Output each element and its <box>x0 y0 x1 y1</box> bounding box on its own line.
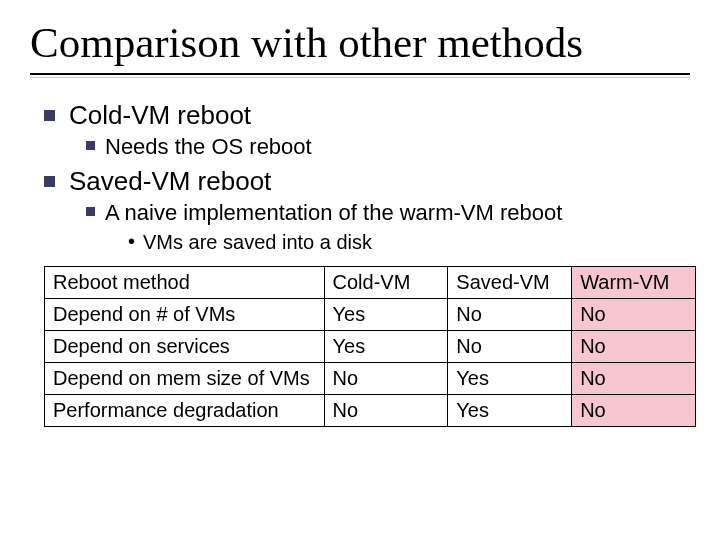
bullet-text: VMs are saved into a disk <box>143 230 372 254</box>
bullet-text: A naive implementation of the warm-VM re… <box>105 200 562 226</box>
square-bullet-icon <box>44 110 55 121</box>
table-header-row: Reboot method Cold-VM Saved-VM Warm-VM <box>45 267 696 299</box>
table-cell: No <box>572 331 696 363</box>
table-cell: No <box>448 331 572 363</box>
table-row: Performance degradation No Yes No <box>45 395 696 427</box>
bullet-level2: A naive implementation of the warm-VM re… <box>44 200 690 226</box>
bullet-text: Saved-VM reboot <box>69 166 271 196</box>
table-cell: Yes <box>324 299 448 331</box>
table-cell: No <box>324 395 448 427</box>
table-header-cell: Warm-VM <box>572 267 696 299</box>
bullet-text: Needs the OS reboot <box>105 134 312 160</box>
bullet-level2: Needs the OS reboot <box>44 134 690 160</box>
table-header-cell: Cold-VM <box>324 267 448 299</box>
table-cell: Yes <box>448 363 572 395</box>
table-cell: Performance degradation <box>45 395 325 427</box>
table-cell: No <box>324 363 448 395</box>
table-row: Depend on services Yes No No <box>45 331 696 363</box>
table-header-cell: Saved-VM <box>448 267 572 299</box>
table-cell: Depend on services <box>45 331 325 363</box>
title-underline <box>30 73 690 75</box>
bullet-level3: • VMs are saved into a disk <box>44 230 690 254</box>
slide-title: Comparison with other methods <box>30 18 690 67</box>
title-underline-thin <box>30 77 690 78</box>
square-bullet-icon <box>86 141 95 150</box>
table-cell: No <box>448 299 572 331</box>
bullet-text: Cold-VM reboot <box>69 100 251 130</box>
square-bullet-icon <box>86 207 95 216</box>
comparison-table: Reboot method Cold-VM Saved-VM Warm-VM D… <box>44 266 696 427</box>
dot-bullet-icon: • <box>128 230 135 252</box>
table-cell: No <box>572 363 696 395</box>
table-header-cell: Reboot method <box>45 267 325 299</box>
bullet-list: Cold-VM reboot Needs the OS reboot Saved… <box>30 100 690 254</box>
bullet-level1: Saved-VM reboot <box>44 166 690 196</box>
square-bullet-icon <box>44 176 55 187</box>
table-cell: No <box>572 299 696 331</box>
table-cell: Yes <box>448 395 572 427</box>
table-cell: Depend on # of VMs <box>45 299 325 331</box>
table-cell: Yes <box>324 331 448 363</box>
slide: Comparison with other methods Cold-VM re… <box>0 0 720 540</box>
bullet-level1: Cold-VM reboot <box>44 100 690 130</box>
table-cell: Depend on mem size of VMs <box>45 363 325 395</box>
table-row: Depend on mem size of VMs No Yes No <box>45 363 696 395</box>
table-row: Depend on # of VMs Yes No No <box>45 299 696 331</box>
table-cell: No <box>572 395 696 427</box>
